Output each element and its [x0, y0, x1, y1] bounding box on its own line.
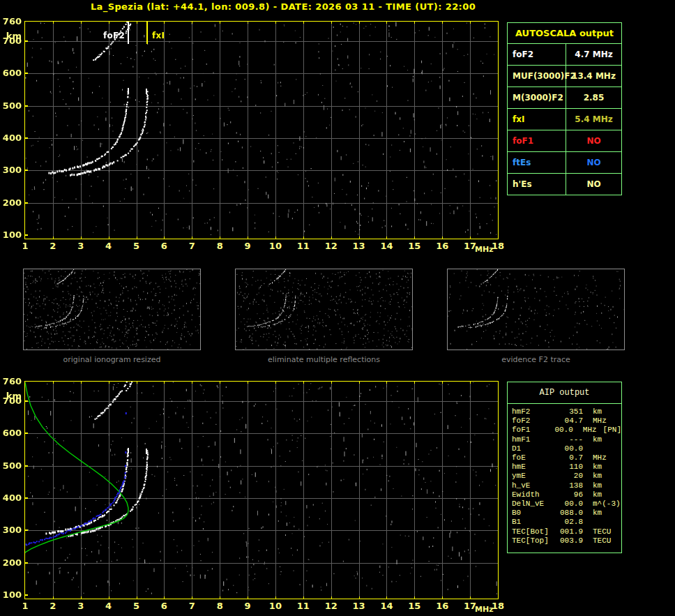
x-tick-label: 5: [128, 241, 146, 251]
x-tick-label: 1: [16, 241, 34, 251]
aip-param: B0: [512, 509, 554, 518]
aip-unit: MHz: [593, 416, 607, 426]
x-tick-label: 2: [44, 601, 62, 611]
aip-param: ymE: [512, 472, 554, 481]
autoscala-window: La_Spezia (lat: +44.1, lon: 009.8) - DAT…: [0, 0, 675, 616]
aip-value: 001.9: [554, 527, 583, 536]
aip-value: 00.0: [554, 444, 583, 453]
aip-row: foF204.7MHz: [512, 416, 621, 426]
aip-value: 088.0: [554, 509, 583, 518]
x-tick-label: 3: [72, 601, 90, 611]
x-tick-label: 6: [155, 241, 173, 251]
aip-unit: km: [593, 463, 602, 472]
aip-table-body: hmF2351kmfoF204.7MHzfoF100.0MHz[PN]hmF1-…: [508, 404, 621, 546]
y-tick-label: 300: [0, 525, 22, 535]
aip-unit: km: [593, 472, 602, 481]
y-tick-label: 600: [0, 68, 22, 78]
x-tick-label: 10: [266, 601, 285, 611]
x-tick-label: 6: [155, 601, 173, 611]
x-tick-label: 10: [266, 241, 285, 251]
aip-param: hmF2: [512, 407, 554, 416]
aip-value: 20: [554, 472, 583, 481]
aip-param: DelN_vE: [512, 499, 554, 509]
aip-unit: MHz: [583, 426, 597, 435]
aip-value: 00.0: [554, 499, 583, 509]
aip-param: TEC[Bot]: [512, 527, 554, 536]
autoscala-row-value: NO: [566, 174, 621, 195]
aip-row: Ewidth96km: [512, 490, 621, 499]
autoscala-row-label: ftEs: [508, 152, 566, 173]
aip-unit: MHz: [593, 453, 607, 463]
x-tick-label: 9: [238, 601, 257, 611]
autoscala-row-value: 13.4 MHz: [566, 66, 621, 87]
aip-row: TEC[Bot]001.9TECU: [512, 527, 621, 536]
aip-output-table: AIP output hmF2351kmfoF204.7MHzfoF100.0M…: [507, 382, 622, 553]
x-tick-label: 15: [405, 241, 423, 251]
aip-row: DelN_vE00.0m^(-3): [512, 499, 621, 509]
x-tick-label: 5: [128, 601, 146, 611]
aip-value: 0.7: [554, 453, 583, 463]
y-axis-unit-label: km: [0, 31, 22, 41]
station-title: La_Spezia (lat: +44.1, lon: 009.8) - DAT…: [0, 1, 566, 12]
autoscala-row-value: 5.4 MHz: [566, 109, 621, 130]
aip-value: 96: [554, 490, 583, 499]
y-tick-label: 400: [0, 493, 22, 503]
x-tick-label: 4: [100, 241, 118, 251]
aip-value: 003.9: [554, 536, 583, 546]
x-tick-label: 16: [433, 241, 451, 251]
aip-value: ---: [554, 435, 583, 444]
autoscala-table-body: foF24.7 MHzMUF(3000)F213.4 MHzM(3000)F22…: [508, 44, 621, 195]
autoscala-row-label: h'Es: [508, 174, 566, 195]
aip-value: 00.0: [548, 426, 573, 435]
thumbnail-caption: original ionogram resized: [23, 355, 201, 364]
autoscala-row: foF1NO: [508, 130, 621, 152]
profile-plot: [24, 381, 499, 599]
autoscala-row: ftEsNO: [508, 152, 621, 174]
autoscala-row-value: 2.85: [566, 87, 621, 108]
x-tick-label: 11: [294, 601, 312, 611]
autoscala-row: foF24.7 MHz: [508, 44, 621, 66]
aip-unit: TECU: [593, 536, 611, 546]
y-tick-label: 100: [0, 230, 22, 240]
y-tick-label: 200: [0, 198, 22, 208]
aip-row: ymE20km: [512, 472, 621, 481]
x-tick-label: 7: [183, 241, 201, 251]
aip-unit: km: [593, 407, 602, 416]
x-tick-label: 13: [350, 241, 368, 251]
aip-row: foE0.7MHz: [512, 453, 621, 463]
x-tick-label: 8: [211, 241, 229, 251]
aip-unit: m^(-3): [593, 499, 621, 509]
aip-unit: TECU: [593, 527, 611, 536]
aip-value: 04.7: [554, 416, 583, 426]
y-tick-label: 760: [0, 17, 22, 27]
eliminate-reflections-thumbnail: [235, 269, 413, 350]
profile-canvas: [25, 382, 498, 599]
ionogram-canvas: [25, 22, 498, 239]
y-tick-label: 200: [0, 558, 22, 568]
aip-row: foF100.0MHz[PN]: [512, 426, 621, 435]
x-tick-label: 16: [433, 601, 451, 611]
aip-unit: km: [593, 490, 602, 499]
thumbnail-caption: evidence F2 trace: [447, 355, 625, 364]
thumbnail-caption: eliminate multiple reflections: [235, 355, 413, 364]
autoscala-row-label: foF2: [508, 44, 566, 65]
x-tick-label: 7: [183, 601, 201, 611]
aip-param: foF2: [512, 416, 554, 426]
x-tick-label: 3: [72, 241, 90, 251]
x-axis-unit-label: MHz: [475, 245, 493, 255]
y-tick-label: 400: [0, 133, 22, 143]
y-tick-label: 500: [0, 461, 22, 471]
x-tick-label: 14: [377, 241, 395, 251]
x-tick-label: 15: [405, 601, 423, 611]
aip-row: hmF2351km: [512, 407, 621, 416]
aip-value: 138: [554, 481, 583, 490]
x-tick-label: 11: [294, 241, 312, 251]
y-tick-label: 600: [0, 428, 22, 438]
aip-row: hmF1---km: [512, 435, 621, 444]
aip-param: hmF1: [512, 435, 554, 444]
aip-value: 02.8: [554, 518, 583, 527]
autoscala-row-value: NO: [566, 152, 621, 173]
autoscala-row-label: foF1: [508, 130, 566, 151]
x-axis-unit-label: MHz: [475, 605, 493, 615]
autoscala-table-header: AUTOSCALA output: [508, 23, 621, 44]
